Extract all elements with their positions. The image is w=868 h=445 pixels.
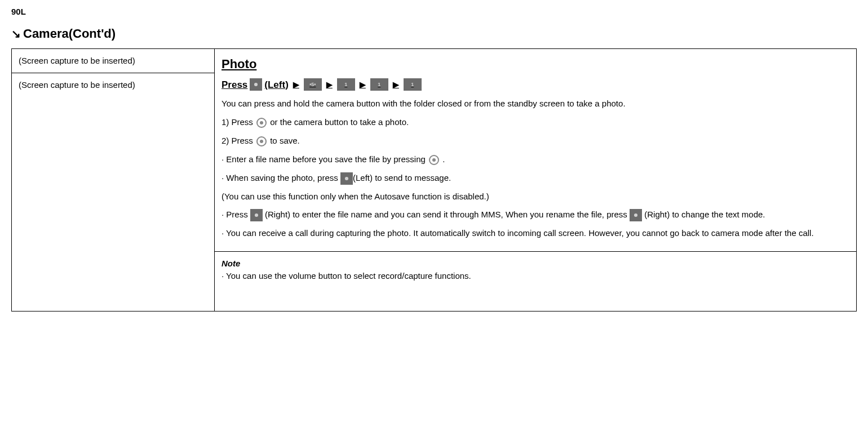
bullet-4: · You can receive a call during capturin… [222, 227, 849, 240]
note-body: · You can use the volume button to selec… [222, 270, 849, 283]
bullet-1: · Enter a file name before you save the … [222, 153, 849, 166]
key-1-icon: 1 [370, 78, 388, 91]
softkey-dot-icon [250, 78, 262, 91]
softkey-dot-icon [340, 172, 353, 185]
section-title-text: Camera(Cont'd) [23, 26, 116, 41]
key-1-icon: 1 [404, 78, 422, 91]
bullet1-prefix: · Enter a file name before you save the … [222, 154, 426, 164]
screen-capture-placeholder-1: (Screen capture to be inserted) [19, 56, 135, 65]
svg-point-0 [254, 83, 258, 86]
ok-button-icon [255, 117, 268, 129]
bullet2-prefix: · When saving the photo, press [222, 173, 338, 183]
svg-point-6 [432, 158, 436, 162]
section-title: ↘Camera(Cont'd) [11, 24, 857, 43]
left-cell-2: (Screen capture to be inserted) [12, 73, 215, 312]
content-table: (Screen capture to be inserted) Photo Pr… [11, 48, 857, 312]
page-label: 90L [11, 6, 857, 19]
press-left-suffix: (Left) [264, 78, 288, 92]
bullet-2-note: (You can use this function only when the… [222, 190, 849, 203]
bullet2-suffix: (Left) to send to message. [353, 173, 451, 183]
ok-button-icon [428, 154, 440, 166]
screen-capture-placeholder-2: (Screen capture to be inserted) [19, 80, 135, 90]
main-content-cell: Photo Press (Left) ▶ •5• ▶ 1 ▶ 1 ▶ 1 You… [215, 48, 857, 251]
ok-button-icon [255, 135, 268, 148]
section-arrow-icon: ↘ [11, 28, 21, 40]
press-sequence: Press (Left) ▶ •5• ▶ 1 ▶ 1 ▶ 1 [222, 78, 849, 92]
bullet3-c: (Right) to change the text mode. [644, 210, 765, 219]
svg-point-4 [260, 140, 263, 143]
step1-prefix: 1) Press [222, 117, 253, 127]
note-cell: Note · You can use the volume button to … [215, 251, 857, 311]
softkey-dot-icon [250, 209, 263, 221]
step2-suffix: to save. [270, 136, 300, 145]
svg-point-8 [255, 213, 258, 217]
bullet-2: · When saving the photo, press (Left) to… [222, 172, 849, 185]
left-cell-1: (Screen capture to be inserted) [12, 48, 215, 73]
bullet3-b: (Right) to enter the file name and you c… [265, 210, 627, 219]
step2-prefix: 2) Press [222, 136, 253, 145]
softkey-dot-icon [630, 209, 642, 221]
bullet3-a: · Press [222, 210, 248, 219]
step1-suffix: or the camera button to take a photo. [270, 117, 409, 127]
intro-text: You can press and hold the camera button… [222, 97, 849, 110]
triangle-icon: ▶ [293, 79, 299, 91]
key-1-icon: 1 [337, 78, 355, 91]
press-label: Press [222, 78, 247, 92]
bullet-3: · Press (Right) to enter the file name a… [222, 208, 849, 221]
key-5-icon: •5• [304, 78, 322, 91]
triangle-icon: ▶ [393, 79, 399, 91]
svg-point-2 [260, 121, 263, 124]
svg-point-7 [345, 177, 348, 180]
photo-heading: Photo [222, 55, 849, 73]
triangle-icon: ▶ [360, 79, 366, 91]
note-label: Note [222, 257, 849, 270]
triangle-icon: ▶ [326, 79, 333, 91]
bullet1-suffix: . [442, 154, 445, 164]
step-1: 1) Press or the camera button to take a … [222, 116, 849, 129]
step-2: 2) Press to save. [222, 135, 849, 148]
svg-point-9 [634, 213, 637, 217]
